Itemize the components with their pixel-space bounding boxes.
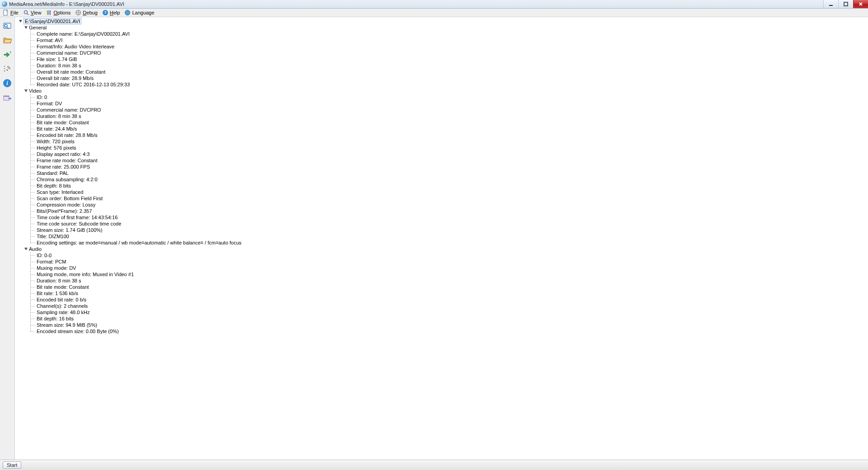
tree-leaf-label: Chroma subsampling: 4:2:0	[37, 176, 98, 183]
sidebar-settings[interactable]	[2, 63, 13, 74]
tree-leaf[interactable]: ID: 0	[29, 94, 867, 100]
tree-leaf[interactable]: Channel(s): 2 channels	[29, 303, 867, 309]
tree-connector-icon	[29, 69, 37, 75]
tree-leaf[interactable]: ID: 0-0	[29, 252, 867, 258]
maximize-button[interactable]	[838, 0, 853, 8]
tree-leaf[interactable]: File size: 1.74 GiB	[29, 56, 867, 62]
menu-language[interactable]: Language	[123, 9, 156, 17]
svg-marker-35	[24, 248, 28, 250]
app-icon	[2, 1, 7, 7]
tree-leaf[interactable]: Compression mode: Lossy	[29, 202, 867, 208]
collapse-icon[interactable]	[24, 89, 28, 93]
tree-leaf-label: Overall bit rate: 28.9 Mb/s	[37, 75, 94, 81]
tree-leaf[interactable]: Display aspect ratio: 4:3	[29, 151, 867, 157]
tree-leaf[interactable]: Overall bit rate mode: Constant	[29, 69, 867, 75]
tree-leaf[interactable]: Scan type: Interlaced	[29, 189, 867, 195]
titlebar: MediaArea.net/MediaInfo - E:\Sanjay\DV00…	[0, 0, 868, 9]
content-pane[interactable]: E:\Sanjay\DV000201.AVI General Complete …	[15, 17, 868, 460]
tree-leaf[interactable]: Bits/(Pixel*Frame): 2.357	[29, 208, 867, 214]
tree-section-video[interactable]: Video	[24, 88, 867, 94]
tree-leaf-label: Display aspect ratio: 4:3	[37, 151, 90, 157]
tree-leaf-label: Time code source: Subcode time code	[37, 221, 121, 227]
tree-root-node[interactable]: E:\Sanjay\DV000201.AVI	[19, 18, 867, 24]
minimize-button[interactable]	[823, 0, 838, 8]
menu-debug[interactable]: Debug	[73, 9, 99, 17]
tree-leaf[interactable]: Duration: 8 min 38 s	[29, 62, 867, 69]
tree-leaf[interactable]: Encoded stream size: 0.00 Byte (0%)	[29, 328, 867, 334]
tree-leaf[interactable]: Format: DV	[29, 100, 867, 107]
taskbar: Start	[0, 460, 868, 470]
tree-connector-icon	[29, 75, 37, 81]
close-button[interactable]	[853, 0, 868, 8]
tree-leaf[interactable]: Commercial name: DVCPRO	[29, 50, 867, 56]
menu-view-label: View	[31, 10, 42, 15]
tree-leaf[interactable]: Format: PCM	[29, 258, 867, 265]
tree-leaf[interactable]: Frame rate: 25.000 FPS	[29, 164, 867, 170]
tree-connector-icon	[29, 113, 37, 119]
tree-section-general[interactable]: General	[24, 24, 867, 31]
tree-leaf[interactable]: Format: AVI	[29, 37, 867, 43]
svg-text:i: i	[10, 50, 11, 54]
tree-leaf[interactable]: Bit rate: 24.4 Mb/s	[29, 126, 867, 132]
tree-leaf-label: Encoding settings: ae mode=manual / wb m…	[37, 240, 241, 246]
svg-text:i: i	[6, 80, 8, 86]
tree-leaf-label: Bit rate: 24.4 Mb/s	[37, 126, 77, 132]
tree-leaf[interactable]: Encoded bit rate: 28.8 Mb/s	[29, 132, 867, 138]
menu-options[interactable]: Options	[44, 9, 72, 17]
sidebar-open-folder[interactable]	[2, 34, 13, 45]
tree-leaf[interactable]: Height: 576 pixels	[29, 145, 867, 151]
menu-file[interactable]: File	[1, 9, 20, 17]
tree-leaf[interactable]: Format/Info: Audio Video Interleave	[29, 43, 867, 50]
collapse-icon[interactable]	[19, 19, 23, 24]
tree-connector-icon	[29, 43, 37, 50]
svg-rect-27	[6, 69, 8, 71]
collapse-icon[interactable]	[24, 247, 28, 251]
tree-leaf[interactable]: Duration: 8 min 38 s	[29, 113, 867, 119]
menu-help[interactable]: ? Help	[100, 9, 122, 17]
tree-leaf[interactable]: Overall bit rate: 28.9 Mb/s	[29, 75, 867, 81]
tree-leaf[interactable]: Muxing mode, more info: Muxed in Video #…	[29, 271, 867, 277]
svg-rect-1	[844, 2, 848, 6]
sidebar-sponsor[interactable]	[2, 92, 13, 103]
tree-leaf[interactable]: Commercial name: DVCPRO	[29, 107, 867, 113]
sidebar-open-file[interactable]	[2, 20, 13, 31]
tree-leaf[interactable]: Bit rate: 1 536 kb/s	[29, 290, 867, 296]
tree-connector-icon	[29, 157, 37, 164]
tree-leaf[interactable]: Time code source: Subcode time code	[29, 221, 867, 227]
tree-leaf[interactable]: Sampling rate: 48.0 kHz	[29, 309, 867, 315]
tree-connector-icon	[29, 309, 37, 315]
tree-connector-icon	[29, 233, 37, 240]
tree-leaf[interactable]: Chroma subsampling: 4:2:0	[29, 176, 867, 183]
tree-leaf[interactable]: Complete name: E:\Sanjay\DV000201.AVI	[29, 31, 867, 37]
tree-leaf[interactable]: Encoded bit rate: 0 b/s	[29, 296, 867, 303]
sidebar-about[interactable]: i	[2, 78, 13, 89]
debug-icon	[75, 9, 81, 16]
tree-leaf[interactable]: Scan order: Bottom Field First	[29, 195, 867, 202]
tree-leaf-label: Encoded stream size: 0.00 Byte (0%)	[37, 328, 119, 334]
sidebar-export[interactable]: i	[2, 49, 13, 60]
tree-audio-items: ID: 0-0Format: PCMMuxing mode: DVMuxing …	[29, 252, 867, 334]
tree-leaf[interactable]: Frame rate mode: Constant	[29, 157, 867, 164]
tree-leaf[interactable]: Encoding settings: ae mode=manual / wb m…	[29, 240, 867, 246]
tree-leaf[interactable]: Width: 720 pixels	[29, 138, 867, 145]
tree-leaf[interactable]: Bit rate mode: Constant	[29, 119, 867, 126]
tree-leaf[interactable]: Time code of first frame: 14:43:54:16	[29, 214, 867, 221]
tree-leaf[interactable]: Bit depth: 8 bits	[29, 183, 867, 189]
start-button[interactable]: Start	[3, 461, 21, 469]
tree-leaf[interactable]: Recorded date: UTC 2016-12-13 05:29:33	[29, 81, 867, 88]
tree-leaf[interactable]: Stream size: 94.9 MiB (5%)	[29, 322, 867, 328]
tree-leaf[interactable]: Standard: PAL	[29, 170, 867, 176]
tree-section-audio[interactable]: Audio	[24, 246, 867, 252]
collapse-icon[interactable]	[24, 26, 28, 30]
tree-connector-icon	[29, 50, 37, 56]
tree-leaf[interactable]: Bit rate mode: Constant	[29, 284, 867, 290]
tree-leaf[interactable]: Muxing mode: DV	[29, 265, 867, 271]
tree-leaf[interactable]: Stream size: 1.74 GiB (100%)	[29, 227, 867, 233]
tree-leaf[interactable]: Duration: 8 min 38 s	[29, 277, 867, 284]
tree-leaf[interactable]: Bit depth: 16 bits	[29, 315, 867, 322]
tree-connector-icon	[29, 151, 37, 157]
tree-leaf[interactable]: Title: DIZM100	[29, 233, 867, 240]
tree-connector-icon	[29, 202, 37, 208]
info-icon: i	[2, 78, 12, 88]
menu-view[interactable]: View	[21, 9, 43, 17]
